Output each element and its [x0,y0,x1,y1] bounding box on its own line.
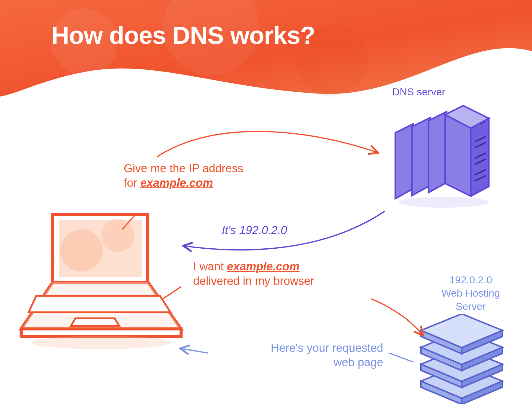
request-web-line2: delivered in my browser [193,275,314,287]
request-web-line1-prefix: I want [193,260,227,273]
svg-point-26 [480,123,482,125]
svg-point-25 [483,121,485,123]
svg-point-12 [32,336,170,349]
web-hosting-server-label: 192.0.2.0 Web Hosting Server [432,273,510,313]
request-dns-domain: example.com [140,177,213,189]
arrow-laptop-to-dns [157,132,377,157]
step-response-web: Here's your requested web page [214,341,383,370]
web-server-ip: 192.0.2.0 [449,274,492,285]
page-title: How does DNS works? [51,21,315,49]
svg-point-5 [60,229,103,272]
svg-marker-18 [471,118,489,196]
web-server-line3: Server [456,301,486,312]
svg-marker-10 [71,318,119,326]
response-web-line2: web page [333,356,383,369]
arrow-web-to-laptop [181,349,208,353]
arrow-laptop-to-web [371,299,422,335]
svg-point-6 [101,219,134,252]
web-server-line2: Web Hosting [441,287,500,299]
svg-marker-11 [21,329,181,336]
request-web-domain: example.com [227,260,300,273]
web-hosting-server-icon [419,314,510,404]
svg-marker-15 [428,112,447,193]
svg-marker-9 [29,296,170,312]
diagram-canvas: How does DNS works? DNS server 192.0.2.0… [0,0,532,411]
header-band [0,0,532,103]
svg-marker-14 [412,118,430,196]
request-dns-line2-prefix: for [124,177,140,189]
dns-server-icon [386,101,498,213]
response-web-line1: Here's your requested [271,342,383,354]
svg-point-27 [398,197,489,208]
svg-marker-13 [395,124,413,199]
step-request-web: I want example.com delivered in my brows… [193,260,362,288]
svg-marker-17 [445,115,471,196]
step-request-dns: Give me the IP address for example.com [124,161,299,190]
laptop-icon [18,205,184,362]
arrow-tick-blue-right [389,353,413,362]
step-response-dns: It's 192.0.2.0 [222,223,287,238]
dns-server-label: DNS server [392,86,445,98]
request-dns-line1: Give me the IP address [124,162,243,175]
